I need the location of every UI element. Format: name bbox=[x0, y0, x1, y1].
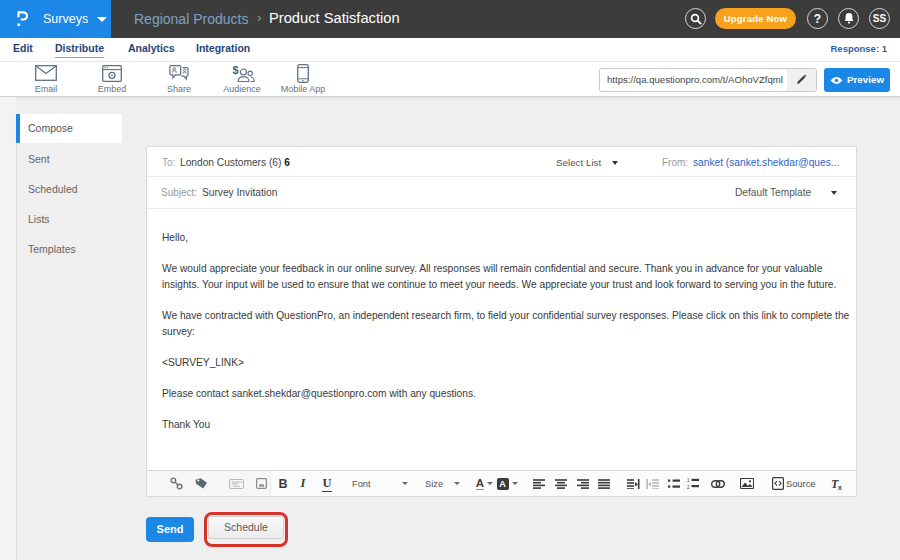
svg-text:2: 2 bbox=[687, 485, 690, 490]
svg-text:1: 1 bbox=[687, 478, 690, 483]
svg-text:$: $ bbox=[232, 64, 238, 76]
svg-text:x: x bbox=[838, 484, 842, 490]
